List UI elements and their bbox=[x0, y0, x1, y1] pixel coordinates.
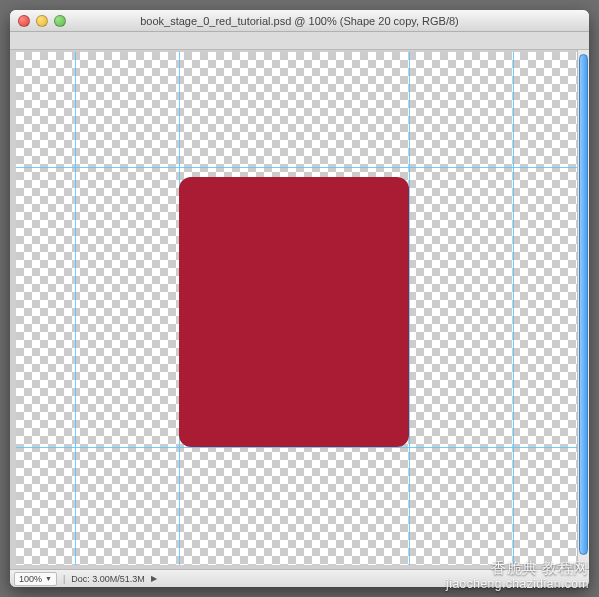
vertical-scrollbar[interactable] bbox=[577, 50, 589, 569]
guide-vertical[interactable] bbox=[409, 52, 410, 565]
scrollbar-thumb[interactable] bbox=[579, 54, 588, 555]
titlebar[interactable]: book_stage_0_red_tutorial.psd @ 100% (Sh… bbox=[10, 10, 589, 32]
app-window: book_stage_0_red_tutorial.psd @ 100% (Sh… bbox=[10, 10, 589, 587]
close-icon[interactable] bbox=[18, 15, 30, 27]
minimize-icon[interactable] bbox=[36, 15, 48, 27]
guide-horizontal[interactable] bbox=[16, 447, 577, 448]
guide-horizontal[interactable] bbox=[16, 167, 577, 168]
chevron-down-icon: ▼ bbox=[45, 575, 52, 582]
rounded-rectangle-shape[interactable] bbox=[179, 177, 409, 447]
canvas[interactable] bbox=[16, 52, 577, 565]
zoom-value: 100% bbox=[19, 574, 42, 584]
status-bar: 100% ▼ | Doc: 3.00M/51.3M ▶ bbox=[10, 569, 589, 587]
document-title: book_stage_0_red_tutorial.psd @ 100% (Sh… bbox=[10, 15, 589, 27]
doc-size-label: Doc: 3.00M/51.3M bbox=[71, 574, 145, 584]
window-controls bbox=[18, 15, 66, 27]
document-area bbox=[10, 50, 589, 569]
status-separator: | bbox=[63, 574, 65, 584]
zoom-icon[interactable] bbox=[54, 15, 66, 27]
guide-vertical[interactable] bbox=[75, 52, 76, 565]
document-tab-strip[interactable] bbox=[10, 32, 589, 50]
chevron-right-icon[interactable]: ▶ bbox=[151, 574, 157, 583]
guide-vertical[interactable] bbox=[513, 52, 514, 565]
zoom-level[interactable]: 100% ▼ bbox=[14, 572, 57, 586]
